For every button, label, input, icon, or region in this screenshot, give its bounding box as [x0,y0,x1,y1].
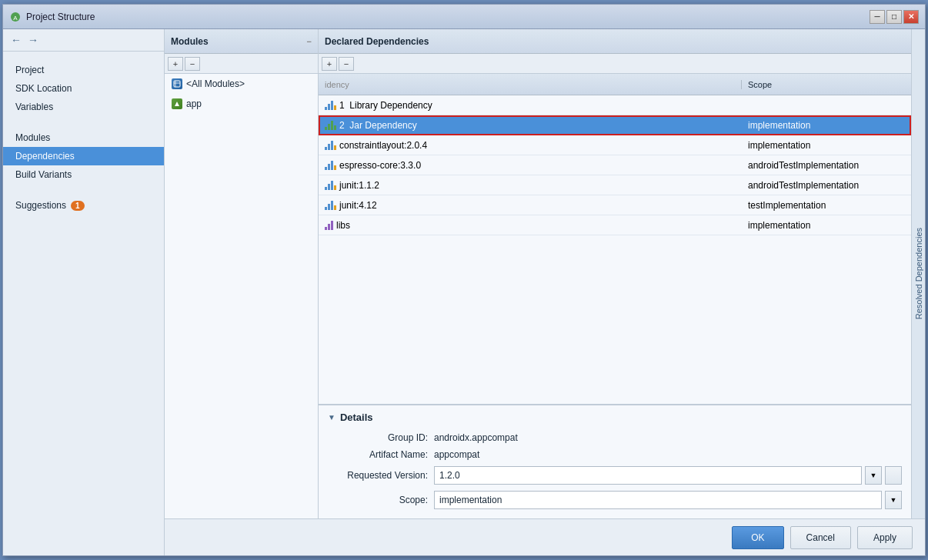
version-dropdown-button[interactable]: ▼ [865,466,882,485]
table-row[interactable]: libs implementation [319,215,911,235]
dialog-title: Project Structure [26,12,870,22]
lib-icon [325,201,336,210]
sidebar-item-sdk-location[interactable]: SDK Location [3,79,164,98]
dep-cell: junit:1.1.2 [319,180,742,191]
table-row[interactable]: 2 Jar Dependency implementation [319,115,911,135]
jar-icon [325,121,336,130]
close-button[interactable]: ✕ [903,10,919,24]
dep-cell: libs [319,220,742,231]
dep-column-header: idency [319,80,742,89]
right-sidebar[interactable]: Resolved Dependencies [911,29,925,518]
sidebar-item-dependencies[interactable]: Dependencies [3,147,164,165]
project-structure-dialog: A Project Structure ─ □ ✕ ← → Project SD… [2,4,926,556]
sidebar-item-modules[interactable]: Modules [3,128,164,147]
modules-remove-button[interactable]: − [185,57,200,71]
artifact-label: Artifact Name: [328,449,428,460]
deps-toolbar: + − [319,54,911,74]
table-row[interactable]: constraintlayout:2.0.4 implementation [319,135,911,155]
modules-title: Modules [171,36,209,47]
lib-icon [325,141,336,150]
details-collapse-icon: ▼ [328,413,335,422]
sidebar-nav: Project SDK Location Variables Modules D… [3,52,164,555]
main-panel: Modules − + − [165,29,925,555]
folder-icon [325,221,333,230]
sidebar-item-suggestions[interactable]: Suggestions 1 [3,196,164,215]
deps-table-header: idency Scope [319,74,911,95]
sidebar: ← → Project SDK Location Variables Modul… [3,29,165,555]
modules-header: Modules − [165,29,318,54]
content-area: ← → Project SDK Location Variables Modul… [3,29,925,555]
svg-rect-2 [174,81,180,87]
dep-cell: espresso-core:3.3.0 [319,160,742,171]
apply-button[interactable]: Apply [857,526,913,549]
modules-add-button[interactable]: + [168,57,183,71]
lib-icon [325,181,336,190]
dep-cell: 1 Library Dependency [319,100,742,111]
minimize-button[interactable]: ─ [870,10,885,24]
scope-input-row: ▼ [434,491,902,509]
version-input[interactable] [434,466,862,485]
scope-cell: testImplementation [742,200,911,211]
resolved-deps-label: Resolved Dependencies [914,228,923,319]
jar-row-wrapper: 2 Jar Dependency implementation [319,115,911,135]
suggestions-badge: 1 [71,201,85,211]
window-controls: ─ □ ✕ [870,10,919,24]
dep-cell: 2 Jar Dependency [319,120,742,131]
dep-cell: constraintlayout:2.0.4 [319,140,742,151]
scope-cell: implementation [742,120,911,131]
deps-panel: Declared Dependencies + − idency [319,29,911,518]
deps-table: idency Scope 1 Library Dependency [319,74,911,404]
module-app-icon [171,98,183,110]
top-panels: Modules − + − [165,29,925,518]
scope-cell: implementation [742,140,911,151]
table-row[interactable]: espresso-core:3.3.0 androidTestImplement… [319,155,911,175]
deps-title: Declared Dependencies [325,36,429,47]
module-item-app[interactable]: app [165,94,318,114]
deps-add-button[interactable]: + [322,57,337,71]
deps-remove-button[interactable]: − [339,57,354,71]
maximize-button[interactable]: □ [886,10,902,24]
scope-input[interactable] [434,491,882,509]
group-id-value: androidx.appcompat [434,432,902,443]
sidebar-item-variables[interactable]: Variables [3,98,164,116]
app-icon: A [9,11,22,23]
version-input-row: ▼ [434,466,902,485]
group-id-label: Group ID: [328,432,428,443]
artifact-value: appcompat [434,449,902,460]
bottom-bar: OK Cancel Apply [165,518,925,555]
details-title: Details [340,412,373,423]
table-row[interactable]: 1 Library Dependency [319,95,911,115]
details-fields: Group ID: androidx.appcompat Artifact Na… [319,429,911,518]
table-row[interactable]: junit:4.12 testImplementation [319,195,911,215]
scope-cell: androidTestImplementation [742,160,911,171]
module-all-icon [171,78,183,90]
details-header[interactable]: ▼ Details [319,405,911,429]
modules-toolbar: + − [165,54,318,74]
sidebar-item-build-variants[interactable]: Build Variants [3,165,164,184]
dep-cell: junit:4.12 [319,200,742,211]
scope-cell: androidTestImplementation [742,180,911,191]
cancel-button[interactable]: Cancel [790,526,851,549]
lib-icon [325,161,336,170]
lib-icon [325,101,336,110]
back-button[interactable]: ← [11,34,22,46]
ok-button[interactable]: OK [732,526,783,549]
modules-minus-icon: − [307,37,312,46]
table-row[interactable]: junit:1.1.2 androidTestImplementation [319,175,911,195]
version-action-button[interactable] [885,466,902,485]
scope-cell: implementation [742,220,911,231]
details-panel: ▼ Details Group ID: androidx.appcompat A… [319,404,911,518]
titlebar: A Project Structure ─ □ ✕ [3,5,925,29]
modules-panel: Modules − + − [165,29,319,518]
module-item-all[interactable]: <All Modules> [165,74,318,94]
version-label: Requested Version: [328,470,428,481]
forward-button[interactable]: → [28,34,38,46]
deps-header: Declared Dependencies [319,29,911,54]
modules-list: <All Modules> app [165,74,318,518]
scope-label: Scope: [328,495,428,505]
scope-column-header: Scope [742,80,911,89]
svg-text:A: A [13,14,18,21]
sidebar-item-project[interactable]: Project [3,61,164,79]
scope-dropdown-button[interactable]: ▼ [885,491,902,509]
